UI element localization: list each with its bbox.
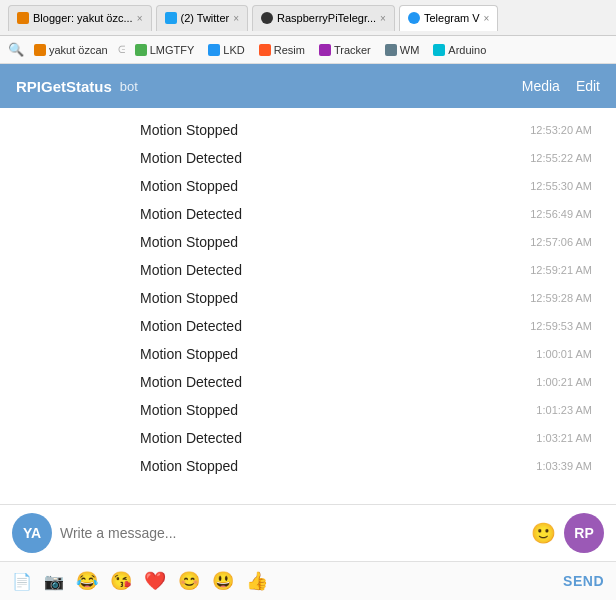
browser-tabs: Blogger: yakut özc... × (2) Twitter × Ra… (0, 0, 616, 36)
tab-close-raspberry[interactable]: × (380, 13, 386, 24)
camera-icon[interactable]: 📷 (44, 572, 64, 591)
bookmark-icon-arduino (433, 44, 445, 56)
table-row: Motion Detected12:59:53 AM (0, 312, 616, 340)
table-row: Motion Stopped12:59:28 AM (0, 284, 616, 312)
bookmark-label-lmgtfy: LMGTFY (150, 44, 195, 56)
bot-name: RPIGetStatus (16, 78, 112, 95)
edit-button[interactable]: Edit (576, 78, 600, 94)
bookmark-resim[interactable]: Resim (255, 42, 309, 58)
bookmark-lmgtfy[interactable]: LMGTFY (131, 42, 199, 58)
message-time: 12:55:22 AM (530, 152, 592, 164)
chat-header-right: Media Edit (522, 78, 600, 94)
message-time: 12:59:53 AM (530, 320, 592, 332)
tab-label-telegram: Telegram V (424, 12, 480, 24)
emoji-heart[interactable]: ❤️ (144, 570, 166, 592)
bookmark-label-resim: Resim (274, 44, 305, 56)
message-time: 1:00:01 AM (536, 348, 592, 360)
table-row: Motion Stopped12:53:20 AM (0, 116, 616, 144)
table-row: Motion Stopped1:01:23 AM (0, 396, 616, 424)
tab-icon-raspberry (261, 12, 273, 24)
message-time: 12:55:30 AM (530, 180, 592, 192)
bookmark-icon-tracker (319, 44, 331, 56)
bookmark-icon-yakut (34, 44, 46, 56)
bookmark-icon-lmgtfy (135, 44, 147, 56)
tab-raspberry[interactable]: RaspberryPiTelegr... × (252, 5, 395, 31)
tab-label-twitter: (2) Twitter (181, 12, 230, 24)
emoji-smile[interactable]: 😊 (178, 570, 200, 592)
bookmark-icon-resim (259, 44, 271, 56)
bookmark-label-lkd: LKD (223, 44, 244, 56)
table-row: Motion Detected1:00:21 AM (0, 368, 616, 396)
message-text: Motion Stopped (140, 458, 238, 474)
attach-icon[interactable]: 📄 (12, 572, 32, 591)
table-row: Motion Stopped1:00:01 AM (0, 340, 616, 368)
message-text: Motion Detected (140, 318, 242, 334)
message-text: Motion Stopped (140, 290, 238, 306)
table-row: Motion Detected12:59:21 AM (0, 256, 616, 284)
message-time: 1:00:21 AM (536, 376, 592, 388)
tab-icon-telegram (408, 12, 420, 24)
bookmark-lkd[interactable]: LKD (204, 42, 248, 58)
bookmark-arduino[interactable]: Arduino (429, 42, 490, 58)
table-row: Motion Stopped12:57:06 AM (0, 228, 616, 256)
input-area: YA 🙂 RP (0, 504, 616, 561)
bookmarks-bar: 🔍 yakut özcan ᕮ LMGTFY LKD Resim Tracker… (0, 36, 616, 64)
tab-close-telegram[interactable]: × (484, 13, 490, 24)
bookmark-tracker[interactable]: Tracker (315, 42, 375, 58)
message-text: Motion Detected (140, 150, 242, 166)
emoji-button[interactable]: 🙂 (531, 521, 556, 545)
emoji-toolbar: 📄 📷 😂 😘 ❤️ 😊 😃 👍 SEND (0, 561, 616, 600)
message-time: 1:01:23 AM (536, 404, 592, 416)
divider: ᕮ (118, 44, 125, 56)
message-text: Motion Detected (140, 430, 242, 446)
emoji-thumbsup[interactable]: 👍 (246, 570, 268, 592)
emoji-happy[interactable]: 😃 (212, 570, 234, 592)
search-icon: 🔍 (8, 42, 24, 57)
emoji-laugh[interactable]: 😂 (76, 570, 98, 592)
message-list: Motion Stopped12:53:20 AMMotion Detected… (0, 108, 616, 504)
tab-close-twitter[interactable]: × (233, 13, 239, 24)
message-text: Motion Stopped (140, 234, 238, 250)
table-row: Motion Stopped1:03:39 AM (0, 452, 616, 480)
tab-label-blogger: Blogger: yakut özc... (33, 12, 133, 24)
message-time: 12:59:28 AM (530, 292, 592, 304)
table-row: Motion Stopped12:55:30 AM (0, 172, 616, 200)
table-row: Motion Detected12:55:22 AM (0, 144, 616, 172)
tab-close-blogger[interactable]: × (137, 13, 143, 24)
bookmark-label-wm: WM (400, 44, 420, 56)
send-button[interactable]: SEND (563, 573, 604, 589)
message-text: Motion Detected (140, 206, 242, 222)
emoji-kiss[interactable]: 😘 (110, 570, 132, 592)
tab-twitter[interactable]: (2) Twitter × (156, 5, 249, 31)
message-text: Motion Stopped (140, 402, 238, 418)
message-time: 12:53:20 AM (530, 124, 592, 136)
table-row: Motion Detected1:03:21 AM (0, 424, 616, 452)
message-text: Motion Stopped (140, 122, 238, 138)
tab-icon-blogger (17, 12, 29, 24)
bookmark-wm[interactable]: WM (381, 42, 424, 58)
bookmark-label-yakut: yakut özcan (49, 44, 108, 56)
bookmark-label-tracker: Tracker (334, 44, 371, 56)
tab-telegram[interactable]: Telegram V × (399, 5, 498, 31)
tab-blogger[interactable]: Blogger: yakut özc... × (8, 5, 152, 31)
message-text: Motion Stopped (140, 346, 238, 362)
message-input[interactable] (60, 525, 523, 541)
message-time: 1:03:21 AM (536, 432, 592, 444)
message-text: Motion Detected (140, 262, 242, 278)
table-row: Motion Detected12:56:49 AM (0, 200, 616, 228)
message-text: Motion Detected (140, 374, 242, 390)
message-text: Motion Stopped (140, 178, 238, 194)
bookmark-yakut[interactable]: yakut özcan (30, 42, 112, 58)
bookmark-icon-wm (385, 44, 397, 56)
avatar-rp: RP (564, 513, 604, 553)
bookmark-icon-lkd (208, 44, 220, 56)
chat-header: RPIGetStatus bot Media Edit (0, 64, 616, 108)
media-button[interactable]: Media (522, 78, 560, 94)
message-time: 1:03:39 AM (536, 460, 592, 472)
message-time: 12:59:21 AM (530, 264, 592, 276)
bookmark-label-arduino: Arduino (448, 44, 486, 56)
message-time: 12:56:49 AM (530, 208, 592, 220)
chat-header-left: RPIGetStatus bot (16, 78, 138, 95)
bot-type: bot (120, 79, 138, 94)
avatar-ya: YA (12, 513, 52, 553)
